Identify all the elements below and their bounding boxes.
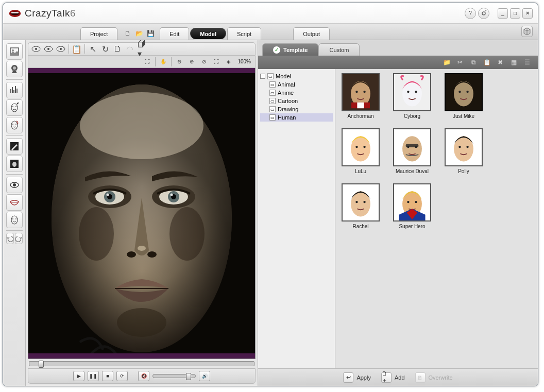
- background-tool[interactable]: [6, 156, 23, 172]
- svg-point-14: [11, 104, 18, 112]
- page-icon: ▭: [269, 106, 276, 112]
- loop-button[interactable]: ⟳: [116, 371, 128, 381]
- webcam-tool[interactable]: [6, 61, 23, 77]
- actual-size-icon[interactable]: ⛶: [212, 57, 221, 66]
- tree-item-anime[interactable]: ▭Anime: [260, 89, 333, 97]
- tab-script[interactable]: Script: [227, 27, 261, 40]
- minimize-button[interactable]: _: [498, 8, 508, 19]
- new-project-icon[interactable]: 🗋: [124, 29, 132, 38]
- open-project-icon[interactable]: 📂: [135, 29, 143, 38]
- pause-button[interactable]: ❚❚: [88, 371, 99, 381]
- viewer-canvas[interactable]: [28, 68, 256, 359]
- rotate-icon[interactable]: ↻: [100, 44, 110, 54]
- thumbnail-label: LuLu: [355, 168, 366, 174]
- tab-output[interactable]: Output: [293, 27, 330, 40]
- thumbnail-super-hero[interactable]: Super Hero: [391, 183, 433, 229]
- add-button[interactable]: 🗋＋ Add: [381, 372, 405, 383]
- tab-model[interactable]: Model: [190, 28, 226, 39]
- play-button[interactable]: ▶: [73, 371, 84, 381]
- face-fitting-edit-tool[interactable]: [6, 99, 23, 116]
- app-logo-icon: [8, 8, 22, 19]
- page-icon[interactable]: 🗋: [113, 44, 122, 54]
- zoom-reset-icon[interactable]: ⊘: [199, 57, 209, 66]
- pointer-icon[interactable]: ↖: [88, 44, 97, 54]
- stop-button[interactable]: ■: [102, 371, 113, 381]
- thumbnail-label: Anchorman: [347, 113, 373, 119]
- lip-icon[interactable]: ◠: [125, 44, 134, 54]
- tree-item-cartoon[interactable]: ▭Cartoon: [260, 97, 333, 105]
- mask-brush-tool[interactable]: [6, 138, 23, 155]
- zoom-region-icon[interactable]: ◈: [224, 57, 233, 66]
- maximize-button[interactable]: □: [510, 8, 520, 19]
- lib-delete-icon[interactable]: ✖: [496, 58, 505, 67]
- settings-button[interactable]: [478, 8, 489, 19]
- svg-point-88: [363, 201, 365, 203]
- thumbnail-maurice-duval[interactable]: Maurice Duval: [391, 128, 433, 174]
- lib-view-list-icon[interactable]: ☰: [522, 58, 532, 67]
- volume-slider[interactable]: [152, 374, 196, 378]
- image-import-tool[interactable]: [6, 43, 23, 60]
- tab-template[interactable]: ✓ Template: [262, 43, 318, 56]
- volume-icon[interactable]: 🔊: [199, 371, 210, 381]
- zoom-level-label: 100%: [237, 59, 251, 64]
- head-settings-tool[interactable]: [6, 212, 23, 228]
- eye-mode-2-icon[interactable]: [44, 44, 53, 54]
- timeline[interactable]: [28, 359, 256, 368]
- tree-root-model[interactable]: − ▭ Model: [260, 72, 333, 80]
- collapse-icon[interactable]: −: [260, 74, 265, 79]
- svg-point-48: [107, 194, 109, 196]
- redo-button[interactable]: [15, 233, 23, 244]
- svg-point-57: [169, 207, 205, 261]
- thumbnail-image: [342, 73, 380, 111]
- tab-project[interactable]: Project: [80, 27, 117, 40]
- svg-point-16: [15, 106, 16, 107]
- lib-view-grid-icon[interactable]: ▦: [509, 58, 518, 67]
- lib-folder-icon[interactable]: 📁: [442, 58, 451, 67]
- eye-mode-1-icon[interactable]: [31, 44, 41, 54]
- thumbnail-just-mike[interactable]: Just Mike: [443, 73, 485, 119]
- timeline-thumb[interactable]: [39, 361, 44, 368]
- lib-cut-icon[interactable]: ✂: [455, 58, 465, 67]
- lib-copy-icon[interactable]: ⧉: [469, 58, 478, 67]
- face-fitting-auto-tool[interactable]: [6, 117, 23, 133]
- svg-point-54: [117, 308, 166, 337]
- thumbnail-polly[interactable]: Polly: [443, 128, 485, 174]
- svg-point-70: [458, 91, 461, 93]
- thumbnail-image: [342, 128, 380, 166]
- multi-page-icon[interactable]: 🗐▾: [138, 44, 147, 54]
- tree-item-human[interactable]: ▭Human: [260, 113, 333, 122]
- thumbnail-rachel[interactable]: Rachel: [339, 183, 382, 229]
- lib-paste-icon[interactable]: 📋: [482, 58, 491, 67]
- tree-item-drawing[interactable]: ▭Drawing: [260, 105, 333, 113]
- pack-cube-button[interactable]: [521, 26, 533, 37]
- tab-edit[interactable]: Edit: [160, 27, 189, 40]
- svg-point-24: [13, 183, 16, 186]
- fit-window-icon[interactable]: ⛶: [143, 57, 152, 66]
- help-button[interactable]: ?: [465, 8, 476, 19]
- close-button[interactable]: ✕: [522, 8, 533, 19]
- teeth-settings-tool[interactable]: [6, 194, 23, 211]
- svg-point-60: [355, 91, 358, 93]
- save-project-icon[interactable]: 💾: [146, 29, 155, 38]
- undo-button[interactable]: [6, 233, 14, 244]
- eye-mode-3-icon[interactable]: [56, 44, 65, 54]
- apply-button[interactable]: ↩ Apply: [343, 372, 371, 383]
- mute-button[interactable]: 🔇: [138, 371, 149, 381]
- tree-item-animal[interactable]: ▭Animal: [260, 80, 333, 89]
- thumbnail-cyborg[interactable]: Cyborg: [391, 73, 433, 119]
- pan-hand-icon[interactable]: ✋: [159, 57, 168, 66]
- svg-point-75: [363, 146, 365, 148]
- zoom-out-icon[interactable]: ⊖: [175, 57, 184, 66]
- audio-spectrum-tool[interactable]: [6, 82, 23, 98]
- eye-settings-tool[interactable]: [6, 177, 23, 193]
- svg-point-27: [12, 218, 13, 219]
- clipboard-icon[interactable]: 📋: [72, 44, 81, 54]
- library-footer: ↩ Apply 🗋＋ Add 🗎 Overwrite: [258, 368, 538, 386]
- zoom-in-icon[interactable]: ⊕: [187, 57, 196, 66]
- thumbnail-anchorman[interactable]: Anchorman: [339, 73, 382, 119]
- thumbnail-lulu[interactable]: LuLu: [339, 128, 382, 174]
- tab-custom[interactable]: Custom: [318, 43, 360, 56]
- svg-point-87: [355, 201, 358, 203]
- viewer-toolbar-lower: ⛶ ✋ ⊖ ⊕ ⊘ ⛶ ◈ 100%: [28, 56, 256, 68]
- thumbnail-image: [445, 128, 483, 166]
